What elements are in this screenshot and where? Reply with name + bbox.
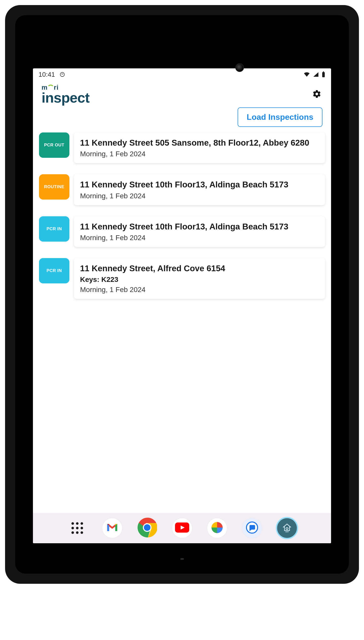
status-time: 10:41 xyxy=(39,71,55,79)
inspection-address: 11 Kennedy Street 10th Floor13, Aldinga … xyxy=(80,221,319,232)
app-drawer-button[interactable] xyxy=(67,518,87,538)
load-inspections-button[interactable]: Load Inspections xyxy=(238,107,322,127)
home-indicator xyxy=(180,558,184,560)
youtube-icon xyxy=(175,522,189,534)
battery-icon xyxy=(321,71,325,77)
toolbar: Load Inspections xyxy=(33,106,331,130)
chrome-app[interactable] xyxy=(137,518,157,538)
inspection-datetime: Morning, 1 Feb 2024 xyxy=(80,286,319,294)
chrome-icon xyxy=(137,518,157,538)
chat-bubble-icon xyxy=(246,521,258,535)
inspection-datetime: Morning, 1 Feb 2024 xyxy=(80,192,319,200)
inspection-row[interactable]: PCR IN11 Kennedy Street, Alfred Cove 615… xyxy=(39,258,325,299)
inspection-list: PCR OUT11 Kennedy Street 505 Sansome, 8t… xyxy=(33,130,331,301)
apps-grid-icon xyxy=(71,522,83,534)
cell-signal-icon xyxy=(313,72,319,77)
app-logo: mri inspect xyxy=(42,84,89,105)
inspection-card[interactable]: 11 Kennedy Street 10th Floor13, Aldinga … xyxy=(74,174,325,205)
inspection-type-badge: PCR OUT xyxy=(39,132,69,158)
messages-app[interactable] xyxy=(242,518,262,538)
settings-button[interactable] xyxy=(311,89,322,100)
svg-text:mri: mri xyxy=(285,531,288,533)
navigation-dock: mri xyxy=(33,513,331,543)
house-icon: mri xyxy=(282,522,292,534)
inspection-card[interactable]: 11 Kennedy Street, Alfred Cove 6154Keys:… xyxy=(74,258,325,299)
mri-inspect-app[interactable]: mri xyxy=(277,518,297,538)
gear-icon xyxy=(312,89,321,100)
photos-app[interactable] xyxy=(207,518,227,538)
front-camera xyxy=(235,63,244,72)
svg-point-10 xyxy=(286,528,288,530)
svg-rect-1 xyxy=(322,72,325,77)
photos-icon xyxy=(210,521,224,535)
inspection-card[interactable]: 11 Kennedy Street 10th Floor13, Aldinga … xyxy=(74,216,325,247)
inspection-row[interactable]: PCR OUT11 Kennedy Street 505 Sansome, 8t… xyxy=(39,132,325,163)
gmail-app[interactable] xyxy=(102,518,122,538)
inspection-row[interactable]: ROUTINE11 Kennedy Street 10th Floor13, A… xyxy=(39,174,325,205)
inspection-address: 11 Kennedy Street, Alfred Cove 6154 xyxy=(80,263,319,274)
tablet-frame: 10:41 xyxy=(5,5,359,584)
inspection-type-badge: ROUTINE xyxy=(39,174,69,200)
youtube-app[interactable] xyxy=(172,518,192,538)
inspection-type-badge: PCR IN xyxy=(39,216,69,242)
inspection-row[interactable]: PCR IN11 Kennedy Street 10th Floor13, Al… xyxy=(39,216,325,247)
svg-point-7 xyxy=(144,524,150,531)
notification-dot-icon xyxy=(60,72,65,77)
svg-point-0 xyxy=(60,72,65,77)
inspection-keys: Keys: K223 xyxy=(80,276,319,284)
wifi-icon xyxy=(303,72,310,77)
inspection-address: 11 Kennedy Street 505 Sansome, 8th Floor… xyxy=(80,138,319,148)
device-screen: 10:41 xyxy=(33,68,331,543)
svg-rect-2 xyxy=(323,71,324,72)
inspection-datetime: Morning, 1 Feb 2024 xyxy=(80,234,319,242)
status-bar: 10:41 xyxy=(33,68,331,81)
app-name: inspect xyxy=(42,91,89,105)
tablet-bezel: 10:41 xyxy=(15,15,349,574)
inspection-card[interactable]: 11 Kennedy Street 505 Sansome, 8th Floor… xyxy=(74,132,325,163)
app-header: mri inspect xyxy=(33,81,331,106)
gmail-icon xyxy=(106,523,118,533)
inspection-address: 11 Kennedy Street 10th Floor13, Aldinga … xyxy=(80,179,319,190)
inspection-type-badge: PCR IN xyxy=(39,258,69,283)
inspection-datetime: Morning, 1 Feb 2024 xyxy=(80,150,319,158)
